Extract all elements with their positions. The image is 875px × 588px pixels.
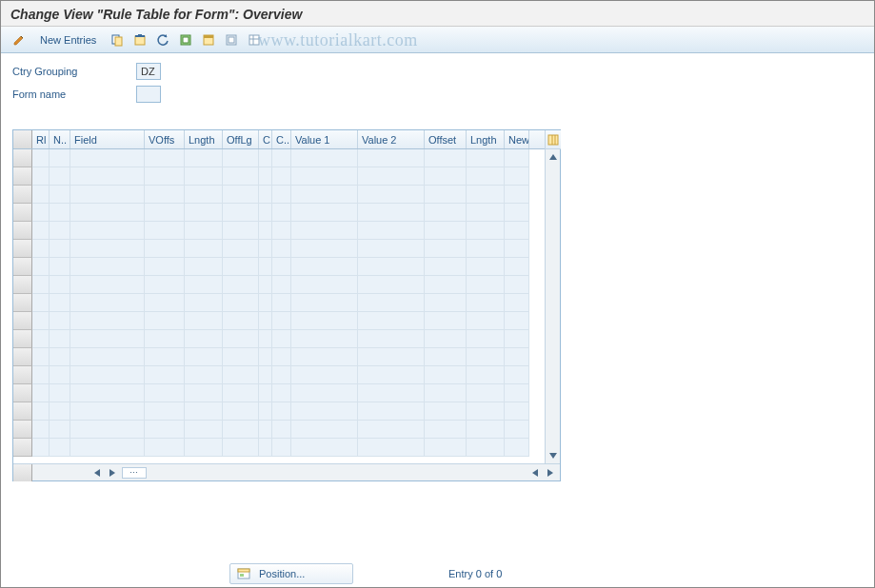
- table-cell[interactable]: [32, 276, 50, 294]
- table-cell[interactable]: [32, 258, 50, 276]
- table-cell[interactable]: [32, 186, 50, 204]
- table-cell[interactable]: [70, 222, 145, 240]
- table-cell[interactable]: [467, 384, 505, 402]
- table-cell[interactable]: [358, 421, 425, 439]
- row-selector[interactable]: [13, 167, 32, 186]
- vertical-scrollbar[interactable]: [545, 130, 560, 463]
- table-cell[interactable]: [272, 276, 291, 294]
- table-cell[interactable]: [425, 186, 467, 204]
- table-cell[interactable]: [32, 439, 50, 457]
- deselect-all-icon[interactable]: [221, 30, 242, 49]
- table-cell[interactable]: [505, 348, 529, 366]
- table-cell[interactable]: [425, 149, 467, 167]
- table-cell[interactable]: [505, 186, 529, 204]
- table-cell[interactable]: [50, 294, 70, 312]
- table-cell[interactable]: [223, 294, 259, 312]
- table-cell[interactable]: [358, 366, 425, 384]
- column-header[interactable]: Value 1: [291, 130, 358, 148]
- table-cell[interactable]: [425, 330, 467, 348]
- table-cell[interactable]: [272, 204, 291, 222]
- table-cell[interactable]: [185, 312, 223, 330]
- table-cell[interactable]: [185, 439, 223, 457]
- table-cell[interactable]: [272, 384, 291, 402]
- column-header[interactable]: Value 2: [358, 130, 425, 148]
- table-cell[interactable]: [32, 348, 50, 366]
- table-cell[interactable]: [70, 149, 145, 167]
- table-cell[interactable]: [505, 276, 529, 294]
- table-cell[interactable]: [185, 276, 223, 294]
- table-cell[interactable]: [70, 421, 145, 439]
- table-cell[interactable]: [50, 402, 70, 421]
- table-cell[interactable]: [185, 366, 223, 384]
- table-cell[interactable]: [467, 149, 505, 167]
- table-cell[interactable]: [272, 294, 291, 312]
- table-cell[interactable]: [70, 366, 145, 384]
- table-cell[interactable]: [70, 294, 145, 312]
- table-cell[interactable]: [223, 439, 259, 457]
- table-cell[interactable]: [272, 421, 291, 439]
- table-cell[interactable]: [32, 149, 50, 167]
- table-cell[interactable]: [272, 330, 291, 348]
- table-cell[interactable]: [467, 439, 505, 457]
- table-cell[interactable]: [425, 312, 467, 330]
- column-header[interactable]: Lngth: [185, 130, 223, 148]
- table-cell[interactable]: [50, 204, 70, 222]
- row-selector[interactable]: [13, 312, 32, 330]
- table-cell[interactable]: [291, 149, 358, 167]
- table-cell[interactable]: [291, 366, 358, 384]
- table-cell[interactable]: [185, 421, 223, 439]
- table-cell[interactable]: [32, 222, 50, 240]
- table-cell[interactable]: [50, 366, 70, 384]
- column-header[interactable]: VOffs: [145, 130, 185, 148]
- new-entries-button[interactable]: New Entries: [31, 30, 105, 49]
- table-cell[interactable]: [32, 240, 50, 258]
- table-cell[interactable]: [358, 330, 425, 348]
- column-header[interactable]: N..: [50, 130, 70, 148]
- table-cell[interactable]: [50, 186, 70, 204]
- table-cell[interactable]: [185, 348, 223, 366]
- table-cell[interactable]: [425, 258, 467, 276]
- table-cell[interactable]: [70, 167, 145, 186]
- row-selector[interactable]: [13, 402, 32, 421]
- table-cell[interactable]: [70, 439, 145, 457]
- table-cell[interactable]: [358, 167, 425, 186]
- table-cell[interactable]: [291, 167, 358, 186]
- table-cell[interactable]: [505, 439, 529, 457]
- table-cell[interactable]: [425, 222, 467, 240]
- column-header[interactable]: OffLg: [223, 130, 259, 148]
- table-cell[interactable]: [50, 276, 70, 294]
- row-selector[interactable]: [13, 204, 32, 222]
- table-cell[interactable]: [223, 222, 259, 240]
- table-cell[interactable]: [32, 204, 50, 222]
- table-cell[interactable]: [223, 366, 259, 384]
- table-cell[interactable]: [223, 402, 259, 421]
- table-cell[interactable]: [259, 439, 272, 457]
- table-cell[interactable]: [145, 240, 185, 258]
- horizontal-scrollbar[interactable]: ⋯: [13, 463, 560, 480]
- table-cell[interactable]: [358, 294, 425, 312]
- table-cell[interactable]: [50, 348, 70, 366]
- table-cell[interactable]: [358, 186, 425, 204]
- table-cell[interactable]: [505, 384, 529, 402]
- column-header[interactable]: New: [505, 130, 529, 148]
- table-cell[interactable]: [70, 204, 145, 222]
- column-config-icon[interactable]: ⋯: [122, 467, 147, 479]
- table-cell[interactable]: [425, 384, 467, 402]
- table-cell[interactable]: [145, 186, 185, 204]
- scroll-right-end-icon[interactable]: [544, 466, 557, 480]
- table-cell[interactable]: [291, 384, 358, 402]
- toggle-display-change-icon[interactable]: [9, 30, 30, 49]
- table-cell[interactable]: [223, 312, 259, 330]
- scroll-down-icon[interactable]: [546, 448, 561, 463]
- table-cell[interactable]: [358, 384, 425, 402]
- table-cell[interactable]: [425, 240, 467, 258]
- table-cell[interactable]: [185, 167, 223, 186]
- row-selector-header[interactable]: [13, 130, 32, 148]
- table-cell[interactable]: [259, 402, 272, 421]
- table-cell[interactable]: [467, 294, 505, 312]
- table-cell[interactable]: [425, 348, 467, 366]
- table-cell[interactable]: [291, 421, 358, 439]
- table-cell[interactable]: [185, 204, 223, 222]
- table-cell[interactable]: [291, 330, 358, 348]
- table-cell[interactable]: [32, 366, 50, 384]
